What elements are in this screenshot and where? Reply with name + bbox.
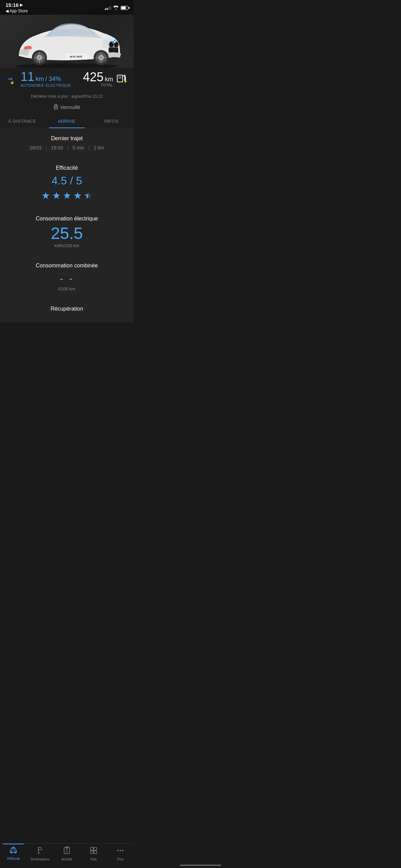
electric-km-unit: km — [36, 76, 44, 82]
stars-row: ★ ★ ★ ★ ★ ★ — [7, 190, 127, 201]
lock-row: Verrouillé — [0, 102, 134, 114]
efficacite-value: 4.5 / 5 — [7, 174, 127, 187]
meta-sep-1: | — [46, 145, 47, 150]
trajet-distance: 2 km — [94, 145, 104, 150]
svg-rect-3 — [114, 48, 118, 52]
meta-sep-2: | — [67, 145, 69, 150]
car-svg: M·XC 597E — [2, 16, 132, 68]
electric-range-text: 11 km / 34% AUTONOMIE ÉLECTRIQUE — [21, 71, 71, 87]
conso-combinee-unit: l/100 km — [7, 286, 127, 291]
svg-rect-2 — [110, 48, 113, 52]
tab-label-infos: INFOS — [104, 119, 119, 124]
star-3: ★ — [63, 190, 71, 201]
electric-arrows-icon: ⇒ ⚡ — [7, 74, 17, 84]
status-right — [105, 5, 128, 11]
conso-electrique-unit: kWh/100 km — [7, 243, 127, 248]
battery-icon — [121, 6, 128, 10]
time-display: 15:16 — [5, 2, 19, 8]
efficacite-title: Efficacité — [7, 165, 127, 171]
signal-bar-4 — [110, 6, 111, 10]
svg-point-33 — [55, 107, 56, 108]
conso-electrique-value: 25.5 — [7, 225, 127, 242]
recuperation-card: Récupération — [0, 299, 134, 322]
trajet-time: 19:00 — [51, 145, 63, 150]
tab-a-distance[interactable]: À DISTANCE — [0, 114, 45, 128]
signal-bar-1 — [105, 9, 106, 10]
tabs-bar: À DISTANCE eDRIVE INFOS — [0, 114, 134, 128]
total-stat: 425 km TOTAL ⚡ — [83, 71, 127, 87]
tab-label-distance: À DISTANCE — [8, 119, 36, 124]
lock-icon — [53, 104, 58, 110]
lock-text: Verrouillé — [60, 105, 80, 110]
tab-infos[interactable]: INFOS — [89, 114, 134, 128]
svg-rect-29 — [118, 76, 122, 79]
svg-point-19 — [100, 57, 102, 59]
wifi-icon — [113, 5, 119, 11]
conso-combinee-title: Consommation combinée — [7, 263, 127, 269]
total-km-unit: km — [105, 76, 113, 82]
tab-edrive[interactable]: eDRIVE — [45, 114, 89, 128]
status-bar: 15:16 ▶ ◀ App Store — [0, 0, 134, 15]
total-range-text: 425 km TOTAL — [83, 71, 113, 87]
signal-bar-3 — [108, 7, 109, 10]
trajet-date: 26/03 — [29, 145, 41, 150]
trajet-duration: 5 min — [73, 145, 84, 150]
update-text: Dernière mise à jour : aujourd'hui 15:12 — [31, 94, 103, 99]
star-5: ★ ★ — [84, 190, 93, 201]
electric-label: AUTONOMIE ÉLECTRIQUE — [21, 84, 71, 87]
svg-text:⚡: ⚡ — [123, 79, 127, 83]
hero-section: M·XC 597E ⇒ ⚡ 11 km / 34% AUTONOMIE ÉLEC… — [0, 15, 134, 128]
dernier-trajet-meta: 26/03 | 19:00 | 5 min | 2 km — [7, 145, 127, 150]
electric-stat: ⇒ ⚡ 11 km / 34% AUTONOMIE ÉLECTRIQUE — [7, 71, 71, 87]
conso-electrique-title: Consommation électrique — [7, 216, 127, 222]
svg-text:⚡: ⚡ — [10, 80, 15, 84]
fuel-pump-icon: ⚡ — [116, 72, 127, 86]
meta-sep-3: | — [88, 145, 90, 150]
star-4: ★ — [73, 190, 82, 201]
conso-electrique-card: Consommation électrique 25.5 kWh/100 km — [0, 209, 134, 255]
svg-point-11 — [38, 57, 40, 59]
status-time: 15:16 ▶ — [5, 2, 28, 8]
status-left: 15:16 ▶ ◀ App Store — [5, 2, 28, 13]
content-area: Dernier trajet 26/03 | 19:00 | 5 min | 2… — [0, 129, 134, 322]
conso-combinee-card: Consommation combinée - - l/100 km — [0, 256, 134, 299]
recuperation-title: Récupération — [7, 306, 127, 312]
svg-text:M·XC 597E: M·XC 597E — [70, 56, 82, 58]
location-icon: ▶ — [20, 3, 23, 7]
update-row: Dernière mise à jour : aujourd'hui 15:12 — [0, 92, 134, 102]
signal-indicator — [105, 6, 111, 10]
electric-percent: / 34% — [45, 75, 61, 83]
back-label[interactable]: ◀ App Store — [5, 9, 28, 13]
car-image: M·XC 597E — [0, 15, 134, 68]
dernier-trajet-card: Dernier trajet 26/03 | 19:00 | 5 min | 2… — [0, 129, 134, 158]
star-2: ★ — [52, 190, 61, 201]
dernier-trajet-title: Dernier trajet — [7, 135, 127, 142]
tab-label-edrive: eDRIVE — [58, 119, 75, 124]
stats-row: ⇒ ⚡ 11 km / 34% AUTONOMIE ÉLECTRIQUE 425… — [0, 68, 134, 92]
total-km-value: 425 — [83, 71, 104, 83]
electric-km-value: 11 — [21, 71, 34, 83]
signal-bar-2 — [107, 8, 108, 10]
conso-combinee-value: - - — [7, 272, 127, 285]
battery-fill — [121, 7, 126, 9]
star-1: ★ — [41, 190, 50, 201]
efficacite-card: Efficacité 4.5 / 5 ★ ★ ★ ★ ★ ★ — [0, 158, 134, 208]
